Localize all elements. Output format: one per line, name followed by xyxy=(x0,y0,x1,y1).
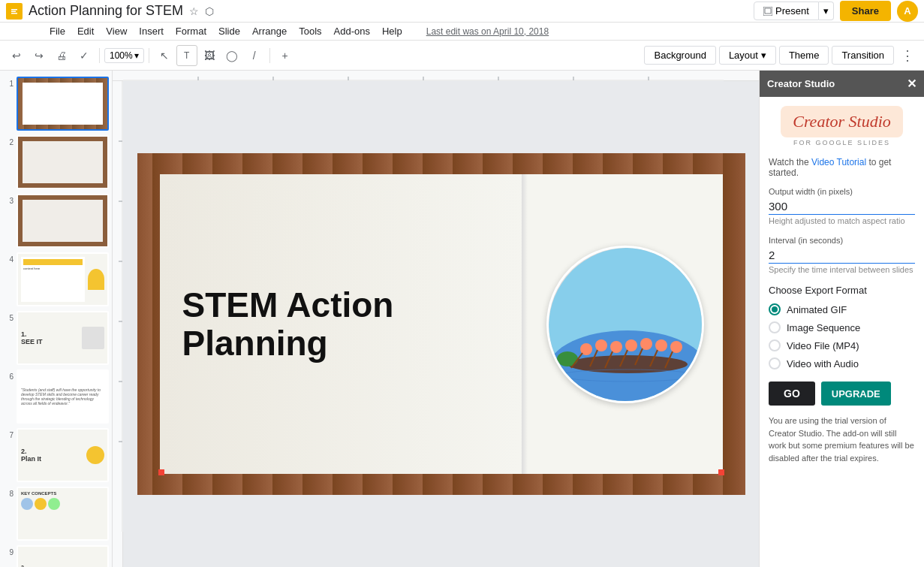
upgrade-button[interactable]: UPGRADE xyxy=(821,382,891,406)
ruler-left xyxy=(113,81,123,567)
book-spine xyxy=(522,174,528,474)
last-edit[interactable]: Last edit was on April 10, 2018 xyxy=(422,25,553,38)
line-tool[interactable]: / xyxy=(244,45,265,66)
slide-img-7[interactable]: 2.Plan It xyxy=(17,428,109,482)
slide-thumb-1[interactable]: 1 STEM ActionPlanning xyxy=(3,77,109,131)
slide-thumb-2[interactable]: 2 INTEREST:These materials organized by: xyxy=(3,135,109,189)
svg-point-28 xyxy=(655,339,667,351)
present-button[interactable]: Present xyxy=(754,2,819,20)
slide-num-8: 8 xyxy=(3,487,14,498)
svg-rect-11 xyxy=(113,81,123,532)
panel-close-button[interactable]: ✕ xyxy=(907,77,916,91)
undo-button[interactable]: ↩ xyxy=(6,45,27,66)
slide-img-3[interactable]: STEM in Action:STEMing Down These Pills,… xyxy=(17,194,109,248)
menu-help[interactable]: Help xyxy=(378,24,407,38)
format-option-mp4[interactable]: Video File (MP4) xyxy=(769,339,915,351)
svg-point-27 xyxy=(640,338,652,350)
slide-thumb-3[interactable]: 3 STEM in Action:STEMing Down These Pill… xyxy=(3,194,109,248)
logo-bg: Creator Studio xyxy=(781,106,903,137)
menu-tools[interactable]: Tools xyxy=(294,24,326,38)
slide-num-1: 1 xyxy=(3,77,14,88)
slide-title-line2: Planning xyxy=(182,324,328,363)
panel-title: Creator Studio xyxy=(767,78,835,89)
menubar: File Edit View Insert Format Slide Arran… xyxy=(0,23,924,41)
right-panel: Creator Studio ✕ Creator Studio FOR GOOG… xyxy=(759,71,924,567)
slide-num-2: 2 xyxy=(3,135,14,146)
format-label-imgseq: Image Sequence xyxy=(787,322,860,333)
svg-point-24 xyxy=(595,339,607,351)
menu-edit[interactable]: Edit xyxy=(73,24,98,38)
menu-format[interactable]: Format xyxy=(171,24,211,38)
menu-slide[interactable]: Slide xyxy=(214,24,245,38)
radio-gif[interactable] xyxy=(769,303,781,315)
oval-image xyxy=(546,246,704,403)
slide-num-5: 5 xyxy=(3,311,14,322)
slide-img-4[interactable]: content here xyxy=(17,252,109,306)
share-button[interactable]: Share xyxy=(840,1,891,21)
slide-img-6[interactable]: "Students (and staff) will have the oppo… xyxy=(17,369,109,424)
panel-toggle[interactable]: ⋮ xyxy=(897,45,918,66)
menu-arrange[interactable]: Arrange xyxy=(248,24,291,38)
text-box-tool[interactable]: T xyxy=(176,45,197,66)
transition-button[interactable]: Transition xyxy=(832,46,894,65)
redo-button[interactable]: ↪ xyxy=(29,45,50,66)
radio-imgseq[interactable] xyxy=(769,321,781,333)
menu-file[interactable]: File xyxy=(45,24,70,38)
menu-insert[interactable]: Insert xyxy=(134,24,168,38)
star-icon[interactable]: ☆ xyxy=(189,5,199,17)
present-arrow-button[interactable]: ▾ xyxy=(819,2,834,20)
panel-header: Creator Studio ✕ xyxy=(760,71,924,97)
go-button[interactable]: GO xyxy=(769,382,815,406)
layout-label: Layout xyxy=(729,50,758,61)
menu-addons[interactable]: Add-ons xyxy=(330,24,375,38)
main-slide-container[interactable]: STEM Action Planning xyxy=(137,153,745,495)
theme-button[interactable]: Theme xyxy=(779,46,829,65)
slide-img-8[interactable]: KEY CONCEPTS xyxy=(17,487,109,541)
slide-img-2[interactable]: INTEREST:These materials organized by: xyxy=(17,135,109,189)
svg-point-29 xyxy=(670,341,682,353)
slide-main-text: STEM Action Planning xyxy=(182,286,394,362)
image-tool[interactable]: 🖼 xyxy=(199,45,220,66)
format-label-gif: Animated GIF xyxy=(787,304,847,315)
cursor-tool[interactable]: ↖ xyxy=(154,45,175,66)
export-format-title: Choose Export Format xyxy=(769,285,915,296)
slide-thumb-8[interactable]: 8 KEY CONCEPTS xyxy=(3,487,109,541)
slide-img-9[interactable]: 3.MAKE ITHAPPEN xyxy=(17,545,109,567)
zoom-dropdown-icon: ▾ xyxy=(134,50,139,61)
format-option-audio[interactable]: Video with Audio xyxy=(769,357,915,369)
format-option-imgseq[interactable]: Image Sequence xyxy=(769,321,915,333)
slide-thumb-9[interactable]: 9 3.MAKE ITHAPPEN xyxy=(3,545,109,567)
format-option-gif[interactable]: Animated GIF xyxy=(769,303,915,315)
folder-icon[interactable]: ⬡ xyxy=(205,5,214,17)
slide-panel: 1 STEM ActionPlanning 2 INTEREST:These m… xyxy=(0,71,113,567)
watch-tutorial: Watch the Video Tutorial to get started. xyxy=(769,157,915,178)
theme-label: Theme xyxy=(789,50,819,61)
radio-mp4[interactable] xyxy=(769,339,781,351)
print-button[interactable]: 🖨 xyxy=(51,45,72,66)
slide-thumb-7[interactable]: 7 2.Plan It xyxy=(3,428,109,482)
zoom-control[interactable]: 100% ▾ xyxy=(104,48,144,63)
ruler-left-svg xyxy=(113,81,123,532)
doc-title: Action Planning for STEM xyxy=(29,3,183,19)
slide-img-1[interactable]: STEM ActionPlanning xyxy=(17,77,109,131)
output-width-input[interactable] xyxy=(769,198,915,215)
menu-view[interactable]: View xyxy=(101,24,131,38)
layout-button[interactable]: Layout ▾ xyxy=(719,46,776,65)
selection-handle-br xyxy=(718,469,724,475)
ruler-top xyxy=(113,71,759,81)
background-button[interactable]: Background xyxy=(644,46,715,65)
slide-thumb-5[interactable]: 5 1.SEE IT xyxy=(3,311,109,365)
topbar: Action Planning for STEM ☆ ⬡ Present ▾ S… xyxy=(0,0,924,23)
spellcheck-button[interactable]: ✓ xyxy=(74,45,95,66)
slide-thumb-6[interactable]: 6 "Students (and staff) will have the op… xyxy=(3,369,109,424)
account-avatar[interactable]: A xyxy=(897,1,918,22)
slide-thumb-4[interactable]: 4 content here xyxy=(3,252,109,306)
shapes-tool[interactable]: ◯ xyxy=(221,45,242,66)
radio-audio[interactable] xyxy=(769,357,781,369)
slide-img-5[interactable]: 1.SEE IT xyxy=(17,311,109,365)
topbar-right: Present ▾ Share A xyxy=(754,1,918,22)
interval-input[interactable] xyxy=(769,247,915,264)
insert-btn[interactable]: + xyxy=(275,45,296,66)
video-tutorial-link[interactable]: Video Tutorial xyxy=(811,157,866,167)
transition-label: Transition xyxy=(841,50,884,61)
